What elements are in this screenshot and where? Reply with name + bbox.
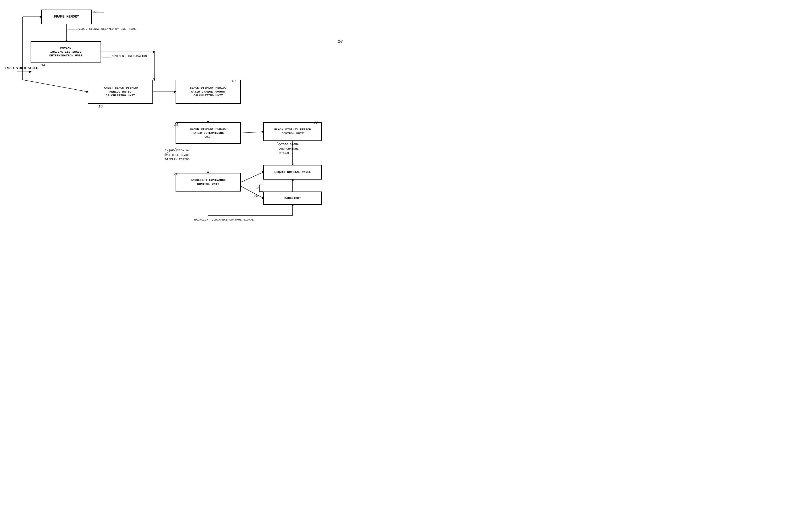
movement-information-label: MOVEMENT INFORMAYION — [112, 54, 147, 58]
black-determining-number: 20 — [174, 123, 178, 127]
svg-line-17 — [241, 132, 263, 133]
input-video-signal-label: INPUT VIDEO SIGNAL — [5, 66, 39, 71]
system-number-label: 10 — [338, 39, 343, 44]
black-determining-box: BLACK DISPLAY PERIODRATIO DETERMININGUNI… — [176, 122, 241, 144]
target-black-number: 16 — [99, 105, 103, 108]
svg-line-11 — [23, 80, 88, 92]
frame-memory-box: FRAME MEMORY — [41, 10, 92, 24]
target-black-box: TARGET BLACK DISPLAYPERIOD RATIOCALCULAT… — [88, 80, 153, 104]
black-change-number: 18 — [231, 79, 236, 83]
backlight-signal-label: BACKLIGHT LUMINANCE CONTROL SIGNAL — [194, 218, 254, 221]
num-26-label: 26 — [255, 186, 260, 190]
svg-marker-8 — [153, 51, 156, 53]
liquid-crystal-box: LIQUID CRYSTAL PANEL — [263, 165, 322, 179]
svg-marker-10 — [153, 79, 155, 81]
svg-line-25 — [241, 186, 263, 198]
backlight-number: 28 — [254, 194, 258, 198]
information-ratio-label: INFORMAYION ONRATIO OF BLACKDISPLAY PERI… — [165, 149, 189, 162]
frame-memory-number: 12 — [93, 10, 97, 14]
svg-line-23 — [241, 172, 263, 182]
video-signal-control-label: VIDEO SIGNALAND CONTROLSIGNAL — [279, 142, 300, 156]
moving-image-box: MOVINGIMAGE/STILL IMAGEDETERMINATION UNI… — [31, 41, 101, 63]
black-control-number: 22 — [314, 121, 318, 125]
video-signal-delayed-label: VIDEO SIGNAL DELAYED BY ONE FRAME — [79, 28, 136, 31]
black-control-box: BLACK DISPLAY PERIODCONTROL UNIT — [263, 122, 322, 141]
svg-line-41 — [277, 141, 279, 146]
backlight-luminance-box: BACKLIGHT LUMINANCECONTROL UNIT — [176, 173, 241, 191]
backlight-luminance-number: 24 — [173, 172, 178, 176]
svg-marker-4 — [29, 71, 32, 73]
backlight-box: BACKLIGHT — [263, 191, 322, 205]
moving-image-number: 14 — [41, 63, 46, 67]
diagram-container: INPUT VIDEO SIGNAL FRAME MEMORY 12 MOVIN… — [0, 0, 404, 266]
black-change-amount-box: BLACK DISPLAY PERIODRATIO CHANGE AMOUNTC… — [176, 80, 241, 104]
